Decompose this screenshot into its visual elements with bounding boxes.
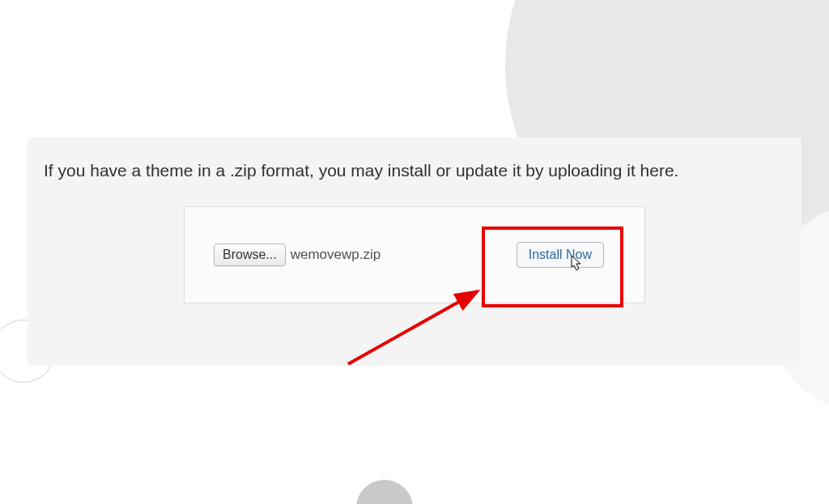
- install-now-button[interactable]: Install Now: [517, 242, 604, 268]
- instruction-text: If you have a theme in a .zip format, yo…: [44, 159, 785, 182]
- decorative-circle: [356, 480, 413, 504]
- selected-filename: wemovewp.zip: [291, 247, 381, 263]
- upload-theme-panel: If you have a theme in a .zip format, yo…: [28, 138, 801, 366]
- upload-form: Browse... wemovewp.zip Install Now: [184, 206, 645, 303]
- file-chooser-group: Browse... wemovewp.zip: [214, 244, 380, 266]
- browse-button[interactable]: Browse...: [214, 244, 286, 266]
